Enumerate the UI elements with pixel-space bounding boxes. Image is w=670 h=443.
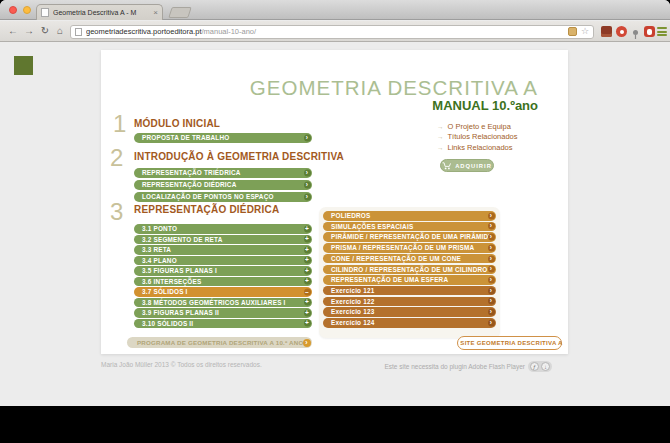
address-bar[interactable]: geometriadescritiva.portoeditora.pt/manu… xyxy=(70,25,594,39)
menu-item-3-3-reta[interactable]: 3.3 RETA + xyxy=(134,245,312,255)
extension-adblock-icon[interactable] xyxy=(644,26,655,37)
url-text[interactable]: geometriadescritiva.portoeditora.pt/manu… xyxy=(86,27,564,36)
submenu-item-exercicio-122[interactable]: Exercício 122 › xyxy=(323,297,496,307)
arrow-circle-icon[interactable]: › xyxy=(304,182,311,189)
extension-book-icon[interactable] xyxy=(601,26,612,37)
menu-item-proposta-trabalho[interactable]: PROPOSTA DE TRABALHO › xyxy=(134,133,312,143)
section-number: 1 xyxy=(113,110,126,138)
arrow-circle-icon[interactable]: › xyxy=(488,287,495,294)
submenu-item-poliedros[interactable]: POLIEDROS › xyxy=(323,211,496,221)
browser-tab[interactable]: Geometria Descritiva A - M × xyxy=(36,4,163,20)
section-title: INTRODUÇÃO À GEOMETRIA DESCRITIVA xyxy=(134,151,344,162)
site-button-label: SITE GEOMETRIA DESCRITIVA A xyxy=(460,340,562,346)
bar-label: LOCALIZAÇÃO DE PONTOS NO ESPAÇO xyxy=(142,193,274,200)
extension-hand-icon[interactable] xyxy=(616,26,627,37)
content-panel: GEOMETRIA DESCRITIVA A MANUAL 10.ºano → … xyxy=(101,50,568,354)
link-projeto-equipa[interactable]: → O Projeto e Equipa xyxy=(437,121,518,131)
section-number: 2 xyxy=(110,144,123,172)
arrow-circle-icon[interactable]: › xyxy=(488,276,495,283)
menu-item-3-5-figuras-planas-i[interactable]: 3.5 FIGURAS PLANAS I + xyxy=(134,266,312,276)
menu-item-representacao-triedrica[interactable]: REPRESENTAÇÃO TRIÉDRICA › xyxy=(134,168,312,178)
arrow-circle-icon[interactable]: › xyxy=(488,223,495,230)
outside-window-area xyxy=(0,406,670,443)
green-square-decor xyxy=(14,56,33,75)
bar-label: Exercício 121 xyxy=(331,287,374,294)
menu-item-3-4-plano[interactable]: 3.4 PLANO + xyxy=(134,256,312,266)
bookmark-star-icon[interactable]: ☆ xyxy=(581,27,589,36)
submenu-item-esfera[interactable]: REPRESENTAÇÃO DE UMA ESFERA › xyxy=(323,275,496,285)
arrow-circle-icon[interactable]: › xyxy=(488,255,495,262)
menu-item-3-2-segmento-de-reta[interactable]: 3.2 SEGMENTO DE RETA + xyxy=(134,235,312,245)
adquirir-label: ADQUIRIR xyxy=(455,163,492,169)
plus-circle-icon[interactable]: + xyxy=(304,267,311,274)
new-tab-button[interactable] xyxy=(168,7,192,18)
bar-label: REPRESENTAÇÃO DE UMA ESFERA xyxy=(331,276,448,283)
arrow-circle-icon[interactable]: › xyxy=(488,234,495,241)
arrow-circle-icon[interactable]: › xyxy=(488,309,495,316)
link-label: Links Relacionados xyxy=(448,143,513,152)
flash-icon[interactable]: ƒ xyxy=(530,362,539,371)
arrow-circle-icon[interactable]: › xyxy=(488,212,495,219)
submenu-item-simulacoes-espaciais[interactable]: SIMULAÇÕES ESPACIAIS › xyxy=(323,222,496,232)
submenu-item-piramide[interactable]: PIRÂMIDE / REPRESENTAÇÃO DE UMA PIRÂMIDE… xyxy=(323,232,496,242)
plus-circle-icon[interactable]: + xyxy=(304,278,311,285)
plugin-icons: ƒ ↓ xyxy=(528,361,552,372)
page-action-icon[interactable] xyxy=(568,27,577,36)
extension-pin-icon[interactable] xyxy=(630,26,641,37)
minimize-window-button[interactable] xyxy=(23,6,31,14)
plus-circle-icon[interactable]: + xyxy=(304,236,311,243)
arrow-circle-icon[interactable]: › xyxy=(488,244,495,251)
arrow-circle-icon[interactable]: › xyxy=(304,170,311,177)
close-window-button[interactable] xyxy=(9,6,17,14)
menu-item-3-8-metodos-geometricos[interactable]: 3.8 MÉTODOS GEOMÉTRICOS AUXILIARES I + xyxy=(134,298,312,308)
menu-item-localizacao-pontos[interactable]: LOCALIZAÇÃO DE PONTOS NO ESPAÇO › xyxy=(134,192,312,202)
url-path: /manual-10-ano/ xyxy=(201,27,256,36)
plugin-download-icon[interactable]: ↓ xyxy=(541,362,550,371)
back-button[interactable]: ← xyxy=(6,24,20,38)
site-geometria-button[interactable]: SITE GEOMETRIA DESCRITIVA A xyxy=(457,336,562,350)
bar-label: 3.2 SEGMENTO DE RETA xyxy=(142,236,222,243)
plus-circle-icon[interactable]: + xyxy=(304,246,311,253)
submenu-item-exercicio-121[interactable]: Exercício 121 › xyxy=(323,286,496,296)
arrow-circle-icon[interactable]: › xyxy=(303,339,311,347)
arrow-circle-icon[interactable]: › xyxy=(488,319,495,326)
submenu-item-cilindro[interactable]: CILINDRO / REPRESENTAÇÃO DE UM CILINDRO … xyxy=(323,265,496,275)
menu-item-3-9-figuras-planas-ii[interactable]: 3.9 FIGURAS PLANAS II + xyxy=(134,308,312,318)
plus-circle-icon[interactable]: + xyxy=(304,320,311,327)
link-titulos-relacionados[interactable]: → Títulos Relacionados xyxy=(437,132,518,142)
arrow-circle-icon[interactable]: › xyxy=(304,135,311,142)
arrow-circle-icon[interactable]: › xyxy=(488,266,495,273)
menu-item-3-6-intersecoes[interactable]: 3.6 INTERSEÇÕES + xyxy=(134,277,312,287)
bar-label: SIMULAÇÕES ESPACIAIS xyxy=(331,223,413,230)
bar-label: 3.6 INTERSEÇÕES xyxy=(142,278,201,285)
minus-circle-icon[interactable]: – xyxy=(304,288,311,295)
submenu-item-prisma[interactable]: PRISMA / REPRESENTAÇÃO DE UM PRISMA › xyxy=(323,243,496,253)
tab-title: Geometria Descritiva A - M xyxy=(53,9,149,16)
submenu-item-exercicio-124[interactable]: Exercício 124 › xyxy=(323,318,496,328)
forward-button[interactable]: → xyxy=(22,24,36,38)
menu-item-3-7-solidos-i[interactable]: 3.7 SÓLIDOS I – xyxy=(134,287,312,297)
bar-label: Exercício 123 xyxy=(331,308,374,315)
chrome-menu-icon[interactable] xyxy=(657,27,667,36)
site-subtitle: MANUAL 10.ºano xyxy=(432,98,538,113)
arrow-circle-icon[interactable]: › xyxy=(304,194,311,201)
link-links-relacionados[interactable]: → Links Relacionados xyxy=(437,142,518,152)
submenu-item-exercicio-123[interactable]: Exercício 123 › xyxy=(323,307,496,317)
bar-label: CILINDRO / REPRESENTAÇÃO DE UM CILINDRO xyxy=(331,266,487,273)
menu-item-3-10-solidos-ii[interactable]: 3.10 SÓLIDOS II + xyxy=(134,319,312,329)
adquirir-button[interactable]: ADQUIRIR xyxy=(440,159,494,172)
submenu-item-cone[interactable]: CONE / REPRESENTAÇÃO DE UM CONE › xyxy=(323,254,496,264)
plus-circle-icon[interactable]: + xyxy=(304,257,311,264)
menu-item-representacao-diedrica[interactable]: REPRESENTAÇÃO DIÉDRICA › xyxy=(134,180,312,190)
submenu-panel: POLIEDROS › SIMULAÇÕES ESPACIAIS › PIRÂM… xyxy=(319,207,500,338)
plus-circle-icon[interactable]: + xyxy=(304,299,311,306)
arrow-circle-icon[interactable]: › xyxy=(488,298,495,305)
menu-item-3-1-ponto[interactable]: 3.1 PONTO + xyxy=(134,224,312,234)
home-button[interactable]: ⌂ xyxy=(53,24,67,38)
programa-button[interactable]: PROGRAMA DE GEOMETRIA DESCRITIVA A 10.º … xyxy=(127,337,312,348)
plus-circle-icon[interactable]: + xyxy=(304,309,311,316)
plus-circle-icon[interactable]: + xyxy=(304,225,311,232)
close-tab-icon[interactable]: × xyxy=(153,9,158,17)
bar-label: 3.4 PLANO xyxy=(142,257,177,264)
reload-button[interactable]: ↻ xyxy=(38,24,52,38)
